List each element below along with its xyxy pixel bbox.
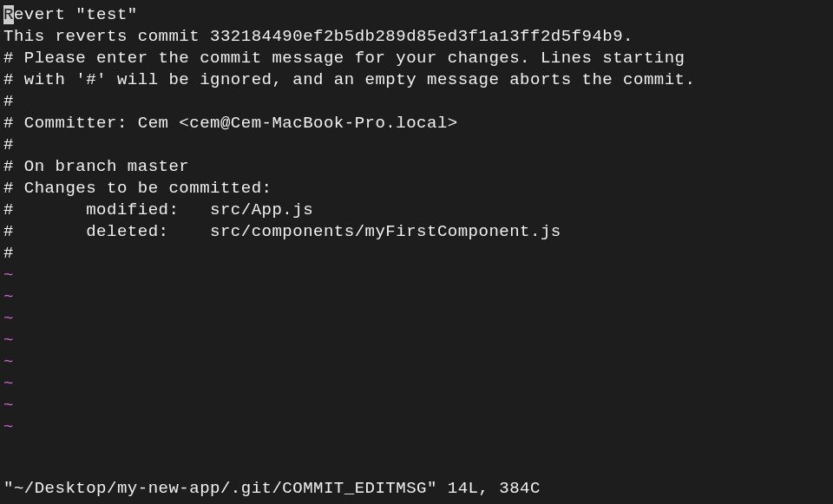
comment-line: #	[3, 134, 830, 156]
comment-line: # Committer: Cem <cem@Cem-MacBook-Pro.lo…	[3, 113, 830, 134]
vim-status-line: "~/Desktop/my-new-app/.git/COMMIT_EDITMS…	[3, 478, 541, 500]
empty-line-tilde: ~	[3, 265, 830, 286]
empty-line-tilde: ~	[3, 330, 830, 351]
terminal-editor[interactable]: Revert "test" This reverts commit 332184…	[3, 4, 830, 500]
comment-line: # Please enter the commit message for yo…	[3, 48, 830, 69]
cursor: R	[3, 5, 14, 24]
empty-line-tilde: ~	[3, 308, 830, 330]
comment-line: # deleted: src/components/myFirstCompone…	[3, 221, 830, 243]
comment-line: # On branch master	[3, 156, 830, 178]
comment-line: #	[3, 243, 830, 265]
comment-line: # Changes to be committed:	[3, 178, 830, 200]
empty-line-tilde: ~	[3, 351, 830, 373]
empty-line-tilde: ~	[3, 373, 830, 395]
title-text: evert "test"	[14, 5, 138, 24]
empty-line-tilde: ~	[3, 395, 830, 416]
text-line: This reverts commit 332184490ef2b5db289d…	[3, 26, 830, 48]
empty-line-tilde: ~	[3, 286, 830, 308]
empty-line-tilde: ~	[3, 416, 830, 438]
comment-line: # modified: src/App.js	[3, 200, 830, 221]
comment-line: #	[3, 91, 830, 113]
commit-title-line: Revert "test"	[3, 4, 830, 26]
comment-line: # with '#' will be ignored, and an empty…	[3, 69, 830, 91]
